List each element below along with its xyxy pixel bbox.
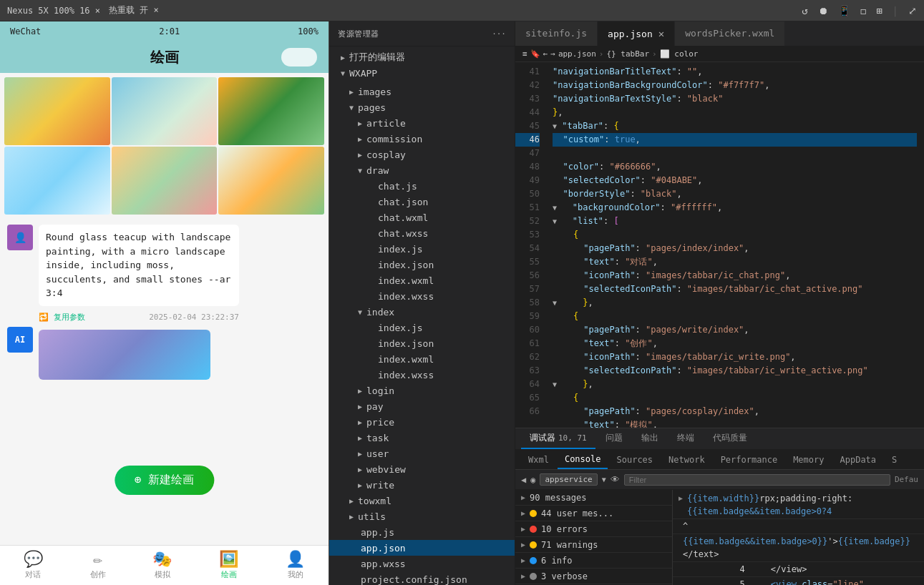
breadcrumb-bookmark[interactable]: 🔖 (530, 49, 540, 59)
nav-icon-chat: 💬 (24, 550, 43, 568)
code-content[interactable]: "navigationBarTitleText": "", "navigatio… (545, 62, 924, 428)
tree-item-utils[interactable]: ▶ utils (329, 508, 515, 524)
appservice-dropdown[interactable]: ▼ (602, 476, 606, 483)
tree-item-login[interactable]: ▶ login (329, 383, 515, 398)
wxapp-label[interactable]: ▼ WXAPP (329, 65, 515, 81)
sub-tab-performance[interactable]: Performance (714, 451, 784, 469)
tree-item-app-wxss[interactable]: app.wxss (329, 556, 515, 571)
panel-tab-problem[interactable]: 问题 (597, 429, 631, 449)
tree-item-app-json[interactable]: app.json (329, 540, 515, 556)
panel-tab-codequality[interactable]: 代码质量 (704, 429, 756, 449)
expand-icon[interactable]: ⤢ (908, 5, 917, 16)
tree-item-draw[interactable]: ▼ draw (329, 162, 515, 178)
tree-item-index-js[interactable]: index.js (329, 320, 515, 335)
avatar-user: 👤 (7, 225, 33, 250)
nav-item-create[interactable]: ✏️ 创作 (90, 550, 106, 580)
panel-tab-debugger[interactable]: 调试器 10, 71 (521, 429, 595, 449)
fold-arrow-50[interactable]: ▼ (553, 204, 557, 212)
msg-row-errors[interactable]: ▶ 10 errors (515, 521, 672, 537)
chat-text: Round glass teacup with landscape painti… (46, 232, 230, 298)
tree-item-task[interactable]: ▶ task (329, 430, 515, 446)
tree-item-cosplay[interactable]: ▶ cosplay (329, 147, 515, 162)
layout-icon[interactable]: ⊞ (876, 5, 882, 16)
more-icon[interactable]: ··· (492, 29, 506, 39)
breadcrumb-back[interactable]: ← (543, 49, 548, 59)
sub-tab-wxml[interactable]: Wxml (521, 451, 556, 469)
sub-tab-console[interactable]: Console (558, 451, 608, 469)
reuse-btn[interactable]: 🔁 复用参数 (39, 312, 85, 323)
new-paint-button[interactable]: ⊕ 新建绘画 (115, 466, 214, 495)
tab-app-json[interactable]: app.json ✕ (598, 21, 675, 46)
fold-arrow-63[interactable]: ▼ (553, 380, 557, 388)
phone-toggle[interactable] (281, 48, 317, 67)
tree-item-app-js[interactable]: app.js (329, 524, 515, 540)
nav-item-draw[interactable]: 🖼️ 绘画 (219, 550, 238, 580)
tree-item-draw-index-js[interactable]: index.js (329, 241, 515, 257)
tab-wordspicker[interactable]: wordsPicker.wxml (675, 21, 785, 46)
fold-arrow-57[interactable]: ▼ (553, 299, 557, 307)
sub-tab-memory[interactable]: Memory (786, 451, 831, 469)
panel-tab-output[interactable]: 输出 (633, 429, 667, 449)
window-icon[interactable]: ◻ (860, 5, 866, 16)
bottom-panel: 调试器 10, 71 问题 输出 终端 代码质量 Wxml Co (515, 428, 924, 585)
fold-arrow-51[interactable]: ▼ (553, 217, 557, 225)
tree-item-index-wxml[interactable]: index.wxml (329, 351, 515, 367)
record-icon[interactable]: ⏺ (818, 5, 828, 16)
open-editors-label[interactable]: ▶ 打开的编辑器 (329, 49, 515, 65)
wxapp-text: WXAPP (349, 68, 377, 79)
tree-item-index-json[interactable]: index.json (329, 335, 515, 351)
tree-item-chat-js[interactable]: chat.js (329, 178, 515, 194)
appservice-label[interactable]: appservice (540, 473, 597, 486)
breadcrumb-forward[interactable]: → (550, 49, 555, 59)
tree-item-images[interactable]: ▶ images (329, 84, 515, 99)
tree-item-commission[interactable]: ▶ commission (329, 131, 515, 147)
tree-item-webview[interactable]: ▶ webview (329, 461, 515, 477)
msg-row-info[interactable]: ▶ 6 info (515, 553, 672, 569)
nav-item-simulate[interactable]: 🎭 模拟 (152, 550, 172, 580)
phone-icon[interactable]: 📱 (838, 5, 850, 16)
eye-icon[interactable]: 👁 (611, 474, 620, 485)
tab-siteinfo[interactable]: siteinfo.js (515, 21, 598, 46)
tree-item-article[interactable]: ▶ article (329, 115, 515, 131)
msg-row-warnings[interactable]: ▶ 71 warnings (515, 537, 672, 553)
tree-item-project-config[interactable]: project.config.json (329, 571, 515, 585)
image-cell-1 (4, 77, 110, 145)
tree-item-user[interactable]: ▶ user (329, 446, 515, 461)
image-cell-6 (218, 147, 324, 215)
sub-tab-s[interactable]: S (885, 451, 904, 469)
nav-item-chat[interactable]: 💬 对话 (24, 550, 43, 580)
tree-item-draw-index-json[interactable]: index.json (329, 257, 515, 272)
tree-item-pay[interactable]: ▶ pay (329, 398, 515, 414)
tree-item-write[interactable]: ▶ write (329, 477, 515, 493)
sub-tab-appdata[interactable]: AppData (832, 451, 883, 469)
msg-row-all[interactable]: ▶ 90 messages (515, 490, 672, 506)
tree-item-draw-index-wxss[interactable]: index.wxss (329, 288, 515, 304)
tree-item-draw-index-wxml[interactable]: index.wxml (329, 272, 515, 288)
tree-item-price[interactable]: ▶ price (329, 414, 515, 430)
fold-arrow-44[interactable]: ▼ (553, 122, 557, 130)
refresh-icon[interactable]: ↺ (802, 5, 807, 16)
panel-tab-terminal[interactable]: 终端 (668, 429, 703, 449)
tree-item-chat-wxml[interactable]: chat.wxml (329, 210, 515, 225)
console-left-arrow[interactable]: ◀ (521, 475, 526, 485)
nav-item-mine[interactable]: 👤 我的 (286, 550, 305, 580)
log-line-1: ▶ {{item.width}}rpx;padding-right:{{item… (673, 491, 924, 519)
tree-item-pages[interactable]: ▼ pages (329, 99, 515, 115)
avatar-ai: AI (7, 327, 33, 353)
tab-close-app-json[interactable]: ✕ (658, 29, 664, 39)
console-filter-input[interactable] (624, 474, 890, 486)
tree-item-chat-json[interactable]: chat.json (329, 194, 515, 210)
tree-item-chat-wxss[interactable]: chat.wxss (329, 225, 515, 241)
file-explorer: 资源管理器 ··· ▶ 打开的编辑器 ▼ WXAPP ▶ images (329, 21, 515, 585)
msg-row-verbose[interactable]: ▶ 3 verbose (515, 569, 672, 584)
panel-debugger-info: 10, 71 (558, 433, 587, 443)
msg-row-user[interactable]: ▶ 44 user mes... (515, 506, 672, 521)
tree-item-towxml[interactable]: ▶ towxml (329, 493, 515, 508)
console-right-arrow[interactable]: ◉ (530, 475, 535, 485)
tree-item-index-wxss[interactable]: index.wxss (329, 367, 515, 383)
sub-tab-network[interactable]: Network (661, 451, 712, 469)
sub-tab-sources[interactable]: Sources (609, 451, 660, 469)
hotreload-label[interactable]: 热重载 开 × (109, 4, 159, 16)
open-editors-text: 打开的编辑器 (349, 51, 405, 64)
tree-item-index-folder[interactable]: ▼ index (329, 304, 515, 320)
